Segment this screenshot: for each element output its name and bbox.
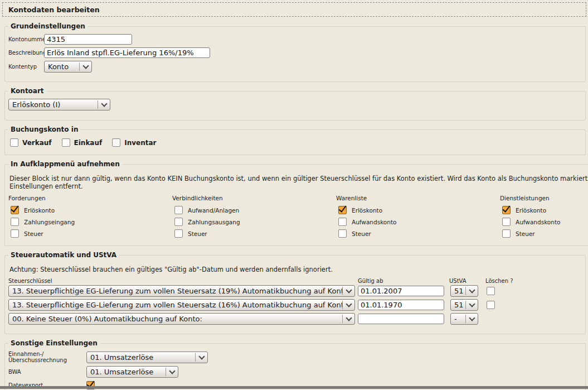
- checkbox-label: Steuer: [24, 230, 43, 237]
- chevron-down-icon: [343, 304, 354, 306]
- steuerschluessel-select-3[interactable]: 00. Keine Steuer (0%) Automatikbuchung a…: [8, 313, 355, 325]
- beschreibung-label: Beschreibung: [8, 50, 44, 56]
- aufklappmenu-description: Dieser Block ist nur dann gültig, wenn d…: [9, 175, 588, 190]
- checkbox-dienstleistungen-steuer[interactable]: [502, 229, 511, 238]
- chevron-down-icon: [98, 103, 110, 106]
- section-buchungskonto-legend: Buchungskonto in: [8, 126, 80, 133]
- checkbox-forderungen-steuer[interactable]: [11, 229, 19, 238]
- checkbox-label: Steuer: [352, 230, 371, 237]
- chevron-down-icon: [466, 290, 478, 292]
- gueltig-ab-input-3[interactable]: [358, 314, 444, 324]
- chevron-down-icon: [343, 290, 354, 292]
- section-steuerautomatik-legend: Steuerautomatik und UStVA: [8, 251, 119, 259]
- checkbox-warenliste-aufwandskonto[interactable]: [338, 218, 347, 226]
- checkbox-label: Zahlungseingang: [24, 219, 75, 225]
- steuerschluessel-select-value: 13. Steuerpflichtige EG-Lieferung zum vo…: [9, 287, 342, 295]
- chevron-down-icon: [466, 304, 478, 306]
- steuerautomatik-warning: Achtung: Steuerschlüssel brauchen ein gü…: [9, 266, 581, 273]
- euer-select[interactable]: 01. Umsatzerlöse: [86, 352, 208, 363]
- checkbox-verkauf[interactable]: [10, 138, 18, 147]
- checkbox-verbindlichkeiten-zahlungsausgang[interactable]: [174, 218, 183, 226]
- header-gueltig-ab: Gültig ab: [358, 278, 443, 284]
- checkbox-warenliste-erloeskonto[interactable]: [338, 206, 347, 214]
- chevron-down-icon: [343, 317, 354, 320]
- header-ustva: UStVA: [449, 278, 477, 284]
- checkbox-label: Erlöskonto: [24, 207, 55, 214]
- checkbox-label: Steuer: [188, 230, 207, 237]
- bwa-select[interactable]: 01. Umsatzerlöse: [86, 366, 178, 378]
- checkbox-label: Aufwand/Anlagen: [188, 207, 239, 214]
- bottom-divider: [0, 386, 588, 389]
- ustva-select-3[interactable]: -: [450, 313, 478, 325]
- section-aufklappmenu-legend: In Aufklappmenü aufnehmen: [8, 160, 122, 168]
- column-dienstleistungen: Dienstleistungen Erlöskonto Aufwandskont…: [500, 195, 588, 241]
- section-sonstige-legend: Sonstige Einstellungen: [8, 339, 100, 347]
- steuer-row: 00. Keine Steuer (0%) Automatikbuchung a…: [8, 313, 581, 325]
- kontoart-select-value: Erlöskonto (I): [9, 100, 98, 109]
- checkbox-verbindlichkeiten-steuer[interactable]: [174, 229, 183, 238]
- section-grundeinstellungen-legend: Grundeinstellungen: [8, 22, 88, 30]
- steuer-row: 13. Steuerpflichtige EG-Lieferung zum vo…: [8, 285, 581, 297]
- checkbox-inventar[interactable]: [112, 138, 120, 147]
- steuerschluessel-select-1[interactable]: 13. Steuerpflichtige EG-Lieferung zum vo…: [8, 285, 355, 297]
- checkbox-verbindlichkeiten-aufwand[interactable]: [174, 206, 183, 214]
- loeschen-checkbox-1[interactable]: [487, 287, 495, 295]
- checkbox-dienstleistungen-aufwandskonto[interactable]: [502, 218, 511, 226]
- steuerschluessel-select-value: 00. Keine Steuer (0%) Automatikbuchung a…: [9, 315, 342, 323]
- kontonummer-label: Kontonummer: [8, 36, 44, 42]
- column-header: Verbindlichkeiten: [172, 195, 336, 201]
- ustva-select-1[interactable]: 51: [450, 285, 478, 297]
- column-verbindlichkeiten: Verbindlichkeiten Aufwand/Anlagen Zahlun…: [172, 195, 336, 241]
- header-steuerschluessel: Steuerschlüssel: [8, 278, 355, 284]
- checkbox-label: Aufwandskonto: [516, 219, 561, 225]
- checkbox-label: Erlöskonto: [352, 207, 382, 214]
- ustva-select-value: 51: [451, 301, 465, 309]
- column-forderungen: Forderungen Erlöskonto Zahlungseingang S…: [8, 195, 172, 241]
- column-warenliste: Warenliste Erlöskonto Aufwandskonto Steu…: [336, 195, 500, 241]
- chevron-down-icon: [466, 317, 478, 320]
- steuerschluessel-select-2[interactable]: 13. Steuerpflichtige EG-Lieferung zum vo…: [8, 299, 355, 311]
- euer-select-value: 01. Umsatzerlöse: [87, 353, 195, 362]
- kontoart-select[interactable]: Erlöskonto (I): [8, 99, 110, 110]
- steuerschluessel-select-value: 13. Steuerpflichtige EG-Lieferung zum vo…: [9, 301, 342, 309]
- gueltig-ab-input-1[interactable]: [358, 286, 444, 296]
- kontonummer-input[interactable]: [44, 34, 132, 45]
- chevron-down-icon: [166, 370, 178, 373]
- chevron-down-icon: [80, 65, 91, 68]
- checkbox-label: Aufwandskonto: [352, 219, 397, 225]
- section-steuerautomatik: Steuerautomatik und UStVA Achtung: Steue…: [4, 251, 586, 334]
- ustva-select-value: 51: [451, 287, 465, 295]
- page-title: Kontodaten bearbeiten: [2, 2, 586, 17]
- section-kontoart: Kontoart Erlöskonto (I): [4, 87, 586, 121]
- column-header: Forderungen: [8, 195, 172, 201]
- checkbox-forderungen-zahlungseingang[interactable]: [11, 218, 19, 226]
- section-buchungskonto: Buchungskonto in Verkauf Einkauf Inventa…: [4, 126, 586, 155]
- gueltig-ab-input-2[interactable]: [358, 300, 444, 310]
- bwa-select-value: 01. Umsatzerlöse: [87, 368, 166, 376]
- checkbox-label: Steuer: [516, 230, 535, 237]
- section-sonstige: Sonstige Einstellungen Einnahmen-/Übersc…: [4, 339, 586, 390]
- euer-label: Einnahmen-/Überschussrechnung: [8, 351, 86, 363]
- checkbox-warenliste-steuer[interactable]: [338, 229, 347, 238]
- section-aufklappmenu: In Aufklappmenü aufnehmen Dieser Block i…: [4, 160, 588, 246]
- checkbox-einkauf[interactable]: [62, 138, 70, 147]
- checkbox-label: Erlöskonto: [516, 207, 546, 214]
- checkbox-label: Zahlungsausgang: [188, 219, 240, 225]
- checkbox-verkauf-label: Verkauf: [22, 139, 52, 147]
- bwa-label: BWA: [8, 369, 86, 375]
- checkbox-einkauf-label: Einkauf: [74, 139, 103, 147]
- ustva-select-value: -: [451, 315, 465, 323]
- column-header: Warenliste: [336, 195, 500, 201]
- checkbox-inventar-label: Inventar: [124, 139, 156, 147]
- checkbox-dienstleistungen-erloeskonto[interactable]: [502, 206, 511, 214]
- chevron-down-icon: [196, 356, 207, 359]
- kontentyp-label: Kontentyp: [8, 64, 44, 70]
- column-header: Dienstleistungen: [500, 195, 588, 201]
- beschreibung-input[interactable]: [44, 47, 210, 58]
- loeschen-checkbox-2[interactable]: [487, 301, 495, 309]
- ustva-select-2[interactable]: 51: [450, 299, 478, 311]
- checkbox-forderungen-erloeskonto[interactable]: [11, 206, 19, 214]
- section-kontoart-legend: Kontoart: [8, 87, 46, 95]
- steuer-row: 13. Steuerpflichtige EG-Lieferung zum vo…: [8, 299, 581, 311]
- kontentyp-select[interactable]: Konto: [44, 61, 92, 73]
